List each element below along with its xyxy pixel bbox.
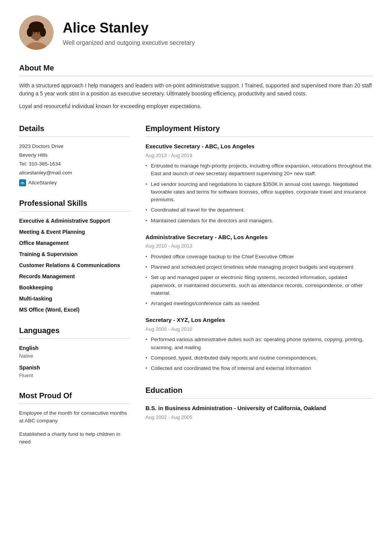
skill-item: Bookkeeping — [19, 284, 130, 292]
job-dates-1: Aug 2013 - Aug 2019 — [145, 152, 373, 159]
bullet: Provided office coverage backup to the C… — [145, 253, 373, 261]
resume-header: Alice Stanley Well organized and outgoin… — [19, 15, 373, 50]
skill-item: Office Management — [19, 239, 130, 247]
proud-section: Most Proud Of Employee of the month for … — [19, 390, 130, 446]
skill-item: Customer Relations & Communications — [19, 261, 130, 269]
education-section: Education B.S. in Business Administratio… — [145, 384, 373, 421]
details-title: Details — [19, 123, 130, 137]
address-line1: 2923 Doctors Drive — [19, 142, 130, 151]
job-3: Secretary - XYZ, Los Angeles Aug 2005 - … — [145, 316, 373, 372]
skill-item: Records Management — [19, 273, 130, 281]
two-column-layout: Details 2923 Doctors Drive Beverly Hills… — [19, 123, 373, 456]
bullet: Entrusted to manage high-priority projec… — [145, 162, 373, 178]
right-column: Employment History Executive Secretary -… — [145, 123, 373, 456]
languages-section: Languages English Native Spanish Fluent — [19, 325, 130, 379]
language-item-spanish: Spanish Fluent — [19, 364, 130, 379]
job-1: Executive Secretary - ABC, Los Angeles A… — [145, 142, 373, 225]
linkedin-icon: in — [19, 179, 26, 186]
bullet: Planned and scheduled project timelines … — [145, 263, 373, 271]
skills-section: Professional Skills Executive & Administ… — [19, 197, 130, 314]
job-bullets-2: Provided office coverage backup to the C… — [145, 253, 373, 308]
avatar — [19, 15, 54, 50]
left-column: Details 2923 Doctors Drive Beverly Hills… — [19, 123, 130, 456]
candidate-name: Alice Stanley — [63, 18, 195, 38]
language-level: Native — [19, 352, 130, 360]
edu-dates: Aug 2002 - Aug 2005 — [145, 414, 373, 421]
language-level: Fluent — [19, 372, 130, 379]
linkedin-handle: AliceStanley — [28, 179, 57, 187]
job-2: Administrative Secretary - ABC, Los Ange… — [145, 233, 373, 308]
skill-item: Meeting & Event Planning — [19, 228, 130, 236]
language-item-english: English Native — [19, 344, 130, 360]
address-line2: Beverly Hills — [19, 151, 130, 160]
degree-title: B.S. in Business Administration - Univer… — [145, 404, 373, 413]
employment-title: Employment History — [145, 123, 373, 137]
tel: Tel: 310-385-1634 — [19, 160, 130, 169]
bullet: Set up and managed paper or electronic f… — [145, 274, 373, 297]
language-name: Spanish — [19, 364, 130, 372]
edu-item-1: B.S. in Business Administration - Univer… — [145, 404, 373, 421]
job-dates-3: Aug 2005 - Aug 2010 — [145, 325, 373, 333]
svg-point-5 — [27, 28, 33, 37]
bullet: Composed, typed, distributed daily repor… — [145, 354, 373, 362]
proud-item-1: Employee of the month for consecutive mo… — [19, 409, 130, 425]
proud-title: Most Proud Of — [19, 390, 130, 404]
about-section: About Me With a structured approach I he… — [19, 62, 373, 110]
skills-title: Professional Skills — [19, 197, 130, 212]
about-title: About Me — [19, 62, 373, 76]
candidate-subtitle: Well organized and outgoing executive se… — [63, 38, 195, 48]
details-section: Details 2923 Doctors Drive Beverly Hills… — [19, 123, 130, 187]
job-dates-2: Aug 2010 - Aug 2013 — [145, 242, 373, 250]
skill-item: Training & Supervision — [19, 250, 130, 258]
email: alicestanley@mail.com — [19, 169, 130, 177]
job-title-3: Secretary - XYZ, Los Angeles — [145, 316, 373, 325]
bullet: Coordinated all travel for the departmen… — [145, 206, 373, 214]
languages-title: Languages — [19, 325, 130, 339]
skill-item: Executive & Administrative Support — [19, 217, 130, 225]
job-bullets-3: Performed various administrative duties … — [145, 336, 373, 372]
svg-point-6 — [40, 28, 46, 37]
bullet: Arranged meetings/conference calls as ne… — [145, 300, 373, 307]
skill-item: MS Office (Word, Excel) — [19, 306, 130, 314]
employment-section: Employment History Executive Secretary -… — [145, 123, 373, 372]
linkedin-row: in AliceStanley — [19, 179, 130, 187]
proud-item-2: Established a charity fund to help child… — [19, 430, 130, 446]
svg-point-7 — [34, 32, 36, 34]
job-bullets-1: Entrusted to manage high-priority projec… — [145, 162, 373, 225]
svg-point-8 — [38, 32, 39, 34]
language-name: English — [19, 344, 130, 352]
education-title: Education — [145, 384, 373, 399]
bullet: Led vendor sourcing and negotiations to … — [145, 181, 373, 204]
header-text: Alice Stanley Well organized and outgoin… — [63, 18, 195, 48]
skill-item: Multi-tasking — [19, 295, 130, 303]
bullet: Performed various administrative duties … — [145, 336, 373, 351]
bullet: Collected and coordinated the flow of in… — [145, 365, 373, 372]
about-para-1: With a structured approach I help manage… — [19, 82, 373, 98]
about-para-2: Loyal and resourceful individual known f… — [19, 102, 373, 110]
bullet: Maintained calendars for the directors a… — [145, 217, 373, 225]
job-title-2: Administrative Secretary - ABC, Los Ange… — [145, 233, 373, 242]
job-title-1: Executive Secretary - ABC, Los Angeles — [145, 142, 373, 151]
